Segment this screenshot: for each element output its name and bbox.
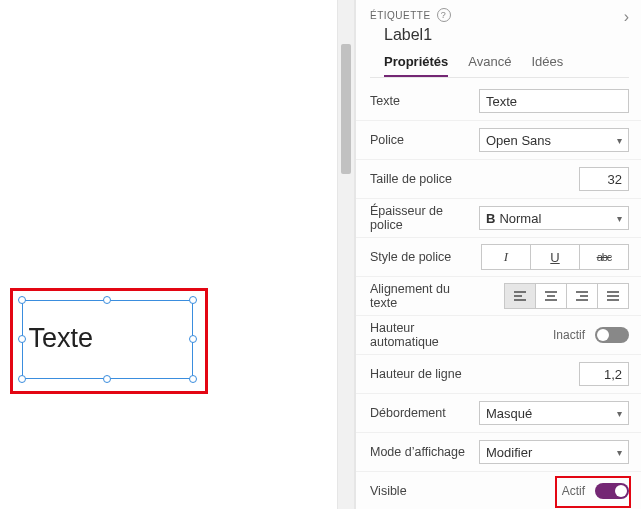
label-fontstyle: Style de police	[370, 250, 479, 264]
displaymode-dropdown[interactable]: Modifier ▾	[479, 440, 629, 464]
visible-toggle[interactable]	[595, 483, 629, 499]
resize-handle-top-right[interactable]	[189, 296, 197, 304]
fontweight-value: Normal	[499, 211, 541, 226]
panel-tabs: Propriétés Avancé Idées	[370, 48, 629, 78]
label-text-prop: Texte	[370, 94, 479, 108]
resize-handle-top[interactable]	[103, 296, 111, 304]
label-lineheight: Hauteur de ligne	[370, 367, 479, 381]
chevron-down-icon: ▾	[617, 447, 622, 458]
control-name: Label1	[384, 26, 629, 44]
chevron-down-icon: ▾	[617, 135, 622, 146]
resize-handle-bottom-left[interactable]	[18, 375, 26, 383]
row-lineheight: Hauteur de ligne	[356, 355, 641, 394]
tab-advanced[interactable]: Avancé	[468, 48, 511, 77]
canvas-scrollbar[interactable]	[337, 0, 355, 509]
strikethrough-button[interactable]: abc	[579, 244, 629, 270]
label-displaymode: Mode d’affichage	[370, 445, 479, 459]
row-autoheight: Hauteur automatique Inactif	[356, 316, 641, 355]
resize-handle-bottom[interactable]	[103, 375, 111, 383]
resize-handle-top-left[interactable]	[18, 296, 26, 304]
align-center-button[interactable]	[535, 283, 567, 309]
label-fontsize: Taille de police	[370, 172, 479, 186]
tab-properties[interactable]: Propriétés	[384, 48, 448, 77]
bold-icon: B	[486, 211, 495, 226]
properties-panel: ÉTIQUETTE ? › Label1 Propriétés Avancé I…	[355, 0, 641, 509]
label-textalign: Alignement du texte	[370, 282, 479, 310]
resize-handle-bottom-right[interactable]	[189, 375, 197, 383]
label-fontweight: Épaisseur de police	[370, 204, 479, 232]
italic-button[interactable]: I	[481, 244, 531, 270]
row-font: Police Open Sans ▾	[356, 121, 641, 160]
lineheight-input[interactable]	[579, 362, 629, 386]
autoheight-state: Inactif	[553, 328, 585, 342]
collapse-panel-icon[interactable]: ›	[624, 8, 629, 26]
selection-highlight: Texte	[10, 288, 208, 394]
label-overflow: Débordement	[370, 406, 479, 420]
label-control[interactable]: Texte	[22, 300, 193, 379]
visible-state: Actif	[562, 484, 585, 498]
autoheight-toggle[interactable]	[595, 327, 629, 343]
row-fontsize: Taille de police	[356, 160, 641, 199]
overflow-value: Masqué	[486, 406, 532, 421]
canvas[interactable]: Texte	[0, 0, 337, 509]
row-displaymode: Mode d’affichage Modifier ▾	[356, 433, 641, 472]
fontweight-dropdown[interactable]: BNormal ▾	[479, 206, 629, 230]
control-type-label: ÉTIQUETTE ?	[370, 8, 629, 22]
label-font: Police	[370, 133, 479, 147]
row-textalign: Alignement du texte	[356, 277, 641, 316]
underline-button[interactable]: U	[530, 244, 580, 270]
fontsize-input[interactable]	[579, 167, 629, 191]
resize-handle-left[interactable]	[18, 335, 26, 343]
align-right-button[interactable]	[566, 283, 598, 309]
label-visible: Visible	[370, 484, 479, 498]
chevron-down-icon: ▾	[617, 408, 622, 419]
font-dropdown[interactable]: Open Sans ▾	[479, 128, 629, 152]
chevron-down-icon: ▾	[617, 213, 622, 224]
label-autoheight: Hauteur automatique	[370, 321, 479, 349]
properties-list: Texte Police Open Sans ▾ Taille de polic…	[356, 82, 641, 509]
type-text: ÉTIQUETTE	[370, 10, 431, 21]
fontstyle-group: I U abc	[481, 244, 629, 270]
row-overflow: Débordement Masqué ▾	[356, 394, 641, 433]
text-input[interactable]	[479, 89, 629, 113]
overflow-dropdown[interactable]: Masqué ▾	[479, 401, 629, 425]
font-value: Open Sans	[486, 133, 551, 148]
row-fontstyle: Style de police I U abc	[356, 238, 641, 277]
displaymode-value: Modifier	[486, 445, 532, 460]
help-icon[interactable]: ?	[437, 8, 451, 22]
scrollbar-thumb[interactable]	[341, 44, 351, 174]
align-group	[504, 283, 629, 309]
row-text: Texte	[356, 82, 641, 121]
row-visible: Visible Actif	[356, 472, 641, 509]
row-fontweight: Épaisseur de police BNormal ▾	[356, 199, 641, 238]
tab-ideas[interactable]: Idées	[531, 48, 563, 77]
align-left-button[interactable]	[504, 283, 536, 309]
align-justify-button[interactable]	[597, 283, 629, 309]
label-text: Texte	[29, 323, 94, 354]
resize-handle-right[interactable]	[189, 335, 197, 343]
